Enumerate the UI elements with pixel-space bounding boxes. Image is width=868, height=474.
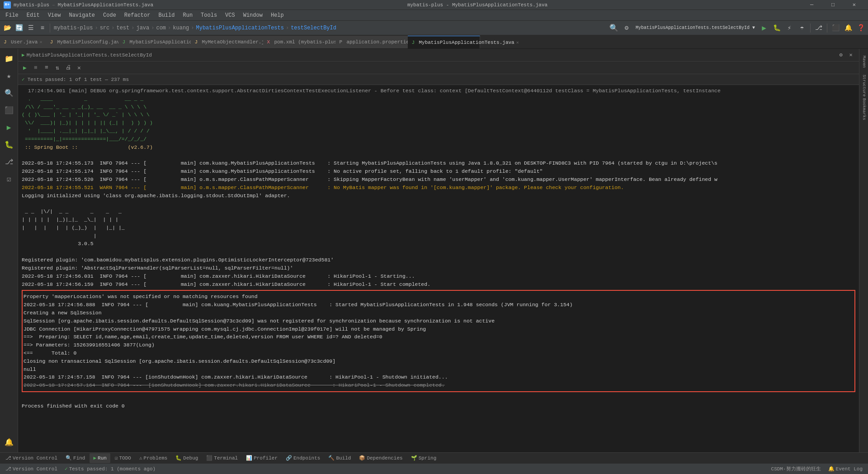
right-structure[interactable]: Structure [860, 74, 868, 97]
sidebar-git[interactable]: ⎇ [1, 154, 17, 170]
status-csdn[interactable]: CSDM·努力搬砖的狂生 [769, 465, 823, 473]
coverage-btn[interactable]: ☂ [797, 23, 807, 33]
toolbar-separator-1 [50, 24, 50, 33]
breadcrumb-com[interactable]: com [156, 25, 166, 31]
breadcrumb-test[interactable]: test [116, 25, 129, 31]
status-event-log[interactable]: 🔔 Event Log [826, 465, 864, 473]
tab-close-btn[interactable]: ✕ [39, 39, 42, 45]
right-bookmarks[interactable]: Bookmarks [860, 98, 868, 120]
status-git-item[interactable]: ⎇ Version Control [4, 465, 59, 473]
settings-btn[interactable]: ⚙ [621, 23, 632, 33]
bottom-tab-terminal[interactable]: ⬛ Terminal [203, 453, 241, 463]
sidebar-structure[interactable]: ⬛ [1, 102, 17, 118]
sort-btn[interactable]: ⇅ [52, 63, 62, 73]
list-icon[interactable]: ≡ [37, 23, 48, 33]
terminal-tab-icon: ⬛ [206, 455, 212, 461]
hl-line-11: 2022-05-18 17:24:57.158 INFO 7964 --- [i… [24, 373, 854, 381]
tab-mybatisplustests-active[interactable]: J MybatisPlusApplicationTests.java ✕ [408, 36, 480, 48]
bottom-tab-problems[interactable]: ⚠ Problems [136, 453, 171, 463]
bottom-tab-dependencies[interactable]: 📦 Dependencies [355, 453, 406, 463]
menu-refactor[interactable]: Refactor [121, 11, 154, 19]
git-btn[interactable]: ⎇ [813, 23, 824, 33]
run-btn[interactable]: ▶ [759, 23, 769, 33]
console-output[interactable]: 17:24:54.901 [main] DEBUG org.springfram… [18, 85, 859, 452]
sidebar-project[interactable]: 📁 [1, 51, 17, 67]
minimize-button[interactable]: — [802, 0, 822, 10]
tab-application-properties[interactable]: P application.properties ✕ [335, 36, 408, 48]
tab-label-7: MybatisPlusApplicationTests.java [419, 40, 514, 45]
help-btn[interactable]: ❓ [855, 23, 866, 33]
bottom-tab-build-label: Build [336, 455, 351, 461]
sidebar-notifications[interactable]: 🔔 [1, 434, 17, 450]
bottom-tab-spring[interactable]: 🌱 Spring [407, 453, 440, 463]
sidebar-find[interactable]: 🔍 [1, 85, 17, 101]
stop-btn[interactable]: ■ [31, 63, 41, 73]
menu-run[interactable]: Run [179, 11, 196, 19]
sidebar-bookmarks[interactable]: ★ [1, 68, 17, 84]
maximize-button[interactable]: □ [823, 0, 843, 10]
main-toolbar: 📂 🔄 ☰ ≡ mybatis-plus › src › test › java… [0, 21, 868, 35]
terminal-btn[interactable]: ⬛ [830, 23, 841, 33]
bottom-tab-debug[interactable]: 🐛 Debug [172, 453, 202, 463]
project-icon[interactable]: 📂 [2, 23, 13, 33]
tab-close-btn-7[interactable]: ✕ [516, 40, 519, 45]
bottom-tab-find[interactable]: 🔍 Find [62, 453, 89, 463]
debug-tab-icon: 🐛 [175, 455, 182, 461]
bottom-tab-endpoints[interactable]: 🔗 Endpoints [282, 453, 324, 463]
profile-btn[interactable]: ⚡ [784, 23, 795, 33]
title-center: mybatis-plus - MybatisPlusApplicationTes… [407, 2, 547, 8]
search-everywhere-btn[interactable]: 🔍 [609, 23, 619, 33]
bottom-tab-todo[interactable]: ☑ TODO [111, 453, 135, 463]
menu-window[interactable]: Window [240, 11, 266, 19]
menu-file[interactable]: File [2, 11, 22, 19]
sidebar-run[interactable]: ▶ [1, 119, 17, 136]
hl-line-4: SqlSession [org.apache.ibatis.session.de… [24, 317, 854, 325]
sidebar-debug[interactable]: 🐛 [1, 137, 17, 153]
breadcrumb-kuang[interactable]: kuang [173, 25, 189, 31]
menu-help[interactable]: Help [267, 11, 288, 19]
rerun-btn[interactable]: ▶ [20, 63, 30, 73]
console-version: 3.0.5 [22, 240, 855, 248]
close-panel-btn[interactable]: ✕ [74, 63, 84, 73]
console-plugin-2: Registered plugin: 'AbstractSqlParserHan… [22, 264, 855, 272]
breadcrumb-java[interactable]: java [136, 25, 149, 31]
tab-mymetaobjecthandler[interactable]: J MyMetaObjectHandler.java ✕ [191, 36, 263, 48]
print-btn[interactable]: 🖨 [63, 63, 73, 73]
debug-btn[interactable]: 🐛 [771, 23, 782, 33]
bottom-tab-build[interactable]: 🔨 Build [325, 453, 354, 463]
toolbar-sep-2 [810, 24, 811, 33]
run-header-close[interactable]: ✕ [846, 51, 855, 60]
tab-mybatisplusapp[interactable]: J MybatisPlusApplication.java ✕ [118, 36, 191, 48]
menu-navigate[interactable]: Navigate [65, 11, 99, 19]
run-panel-header: ▶ MybatisPlusApplicationTests.testSelect… [18, 49, 859, 62]
menu-tools[interactable]: Tools [197, 11, 221, 19]
filter-btn[interactable]: ≡ [42, 63, 52, 73]
bottom-tab-run[interactable]: ▶ Run [90, 453, 110, 463]
notification-btn[interactable]: 🔔 [843, 23, 854, 33]
format-icon[interactable]: ☰ [25, 23, 36, 33]
tab-mybatisplusconfig[interactable]: J MyBatisPlusConfig.java ✕ [46, 36, 118, 48]
menu-view[interactable]: View [44, 11, 65, 19]
breadcrumb-class[interactable]: MybatisPlusApplicationTests [196, 25, 284, 31]
breadcrumb-method[interactable]: testSelectById [291, 25, 336, 31]
status-test-result[interactable]: ✓ Tests passed: 1 (moments ago) [63, 465, 157, 473]
menu-edit[interactable]: Edit [23, 11, 43, 19]
tab-user-java[interactable]: J User.java ✕ [0, 36, 46, 48]
close-button[interactable]: ✕ [844, 0, 864, 10]
sidebar-todo[interactable]: ☑ [1, 171, 17, 187]
hl-line-9: Closing non transactional SqlSession [or… [24, 357, 854, 365]
bottom-tab-version-control[interactable]: ⎇ Version Control [2, 453, 61, 463]
menu-vcs[interactable]: VCS [222, 11, 239, 19]
menu-build[interactable]: Build [155, 11, 178, 19]
run-config-btn[interactable]: MybatisPlusApplicationTests.testSelectBy… [634, 23, 757, 33]
sync-icon[interactable]: 🔄 [14, 23, 24, 33]
menu-code[interactable]: Code [99, 11, 120, 19]
breadcrumb-project[interactable]: mybatis-plus [54, 25, 93, 31]
run-header-settings[interactable]: ⚙ [836, 51, 845, 60]
bottom-tab-profiler[interactable]: 📊 Profiler [242, 453, 281, 463]
tab-pom[interactable]: X pom.xml (mybatis-plus) ✕ [263, 36, 335, 48]
breadcrumb-src[interactable]: src [100, 25, 110, 31]
right-maven[interactable]: Maven [860, 51, 868, 73]
git-status-icon: ⎇ [5, 466, 11, 472]
bottom-tab-todo-label: TODO [119, 455, 131, 461]
